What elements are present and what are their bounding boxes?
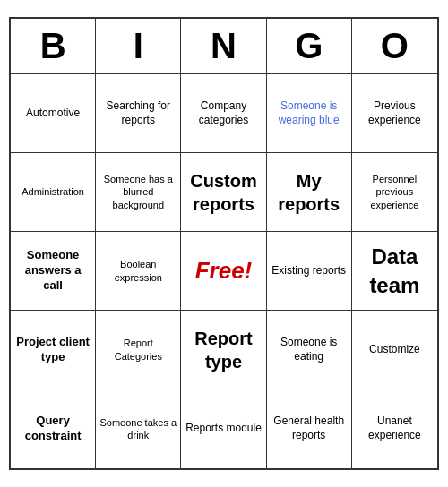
cell-text-r4c3: General health reports: [271, 414, 348, 442]
bingo-letter-n: N: [181, 19, 266, 73]
bingo-letter-b: B: [11, 19, 96, 73]
cell-text-r1c0: Administration: [22, 185, 84, 198]
cell-text-r2c3: Existing reports: [271, 264, 346, 278]
cell-r3c4: Customize: [352, 311, 437, 389]
cell-r0c1: Searching for reports: [96, 74, 181, 153]
cell-r2c3: Existing reports: [267, 232, 352, 311]
cell-r0c4: Previous experience: [352, 74, 437, 153]
cell-text-r4c1: Someone takes a drink: [99, 416, 177, 442]
cell-r3c0: Project client type: [11, 311, 96, 389]
cell-r1c1: Someone has a blurred background: [96, 153, 181, 232]
bingo-letter-o: O: [352, 19, 437, 73]
cell-r0c3: Someone is wearing blue: [267, 74, 352, 153]
cell-text-r2c0: Someone answers a call: [14, 248, 91, 294]
cell-r1c4: Personnel previous experience: [352, 153, 437, 232]
cell-r1c3: My reports: [267, 153, 352, 232]
cell-text-r0c3: Someone is wearing blue: [271, 99, 348, 127]
cell-text-r1c3: My reports: [271, 169, 348, 216]
cell-text-r0c4: Previous experience: [356, 99, 434, 127]
cell-r0c0: Automotive: [11, 74, 96, 153]
cell-r2c4: Data team: [352, 232, 437, 311]
cell-r1c0: Administration: [11, 153, 96, 232]
cell-r4c1: Someone takes a drink: [96, 389, 181, 468]
cell-r2c0: Someone answers a call: [11, 232, 96, 311]
cell-text-r3c3: Someone is eating: [271, 336, 348, 363]
cell-r0c2: Company categories: [181, 74, 266, 153]
cell-text-r3c2: Report type: [185, 327, 262, 373]
cell-r1c2: Custom reports: [181, 153, 266, 232]
cell-text-r4c0: Query constraint: [14, 414, 91, 444]
cell-text-r4c2: Reports module: [185, 422, 262, 436]
cell-r3c1: Report Categories: [96, 311, 181, 389]
cell-text-r0c2: Company categories: [185, 99, 262, 127]
bingo-header: BINGO: [11, 19, 437, 74]
bingo-grid: AutomotiveSearching for reportsCompany c…: [11, 74, 437, 468]
cell-text-r3c4: Customize: [369, 343, 420, 357]
cell-text-r4c4: Unanet experience: [356, 414, 434, 442]
cell-text-r0c0: Automotive: [26, 107, 80, 121]
cell-r4c4: Unanet experience: [352, 389, 437, 468]
cell-r2c2: Free!: [181, 232, 266, 311]
cell-text-r1c4: Personnel previous experience: [356, 173, 434, 211]
cell-r4c0: Query constraint: [11, 389, 96, 468]
cell-r3c2: Report type: [181, 311, 266, 389]
cell-text-r2c4: Data team: [356, 243, 434, 298]
bingo-letter-g: G: [267, 19, 352, 73]
cell-text-r0c1: Searching for reports: [99, 99, 177, 127]
cell-text-r2c1: Boolean expression: [99, 258, 177, 284]
cell-text-r1c2: Custom reports: [185, 169, 262, 216]
cell-r4c3: General health reports: [267, 389, 352, 468]
cell-text-r1c1: Someone has a blurred background: [99, 173, 177, 211]
bingo-letter-i: I: [96, 19, 181, 73]
cell-r2c1: Boolean expression: [96, 232, 181, 311]
cell-text-r2c2: Free!: [195, 256, 253, 286]
cell-text-r3c1: Report Categories: [99, 337, 177, 363]
cell-r4c2: Reports module: [181, 389, 266, 468]
cell-r3c3: Someone is eating: [267, 311, 352, 389]
bingo-card: BINGO AutomotiveSearching for reportsCom…: [9, 17, 439, 470]
cell-text-r3c0: Project client type: [14, 335, 91, 365]
